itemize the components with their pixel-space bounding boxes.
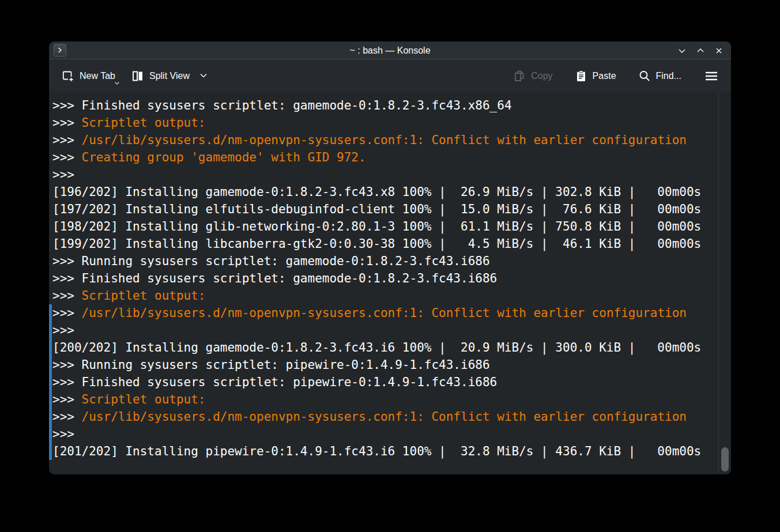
window-controls — [677, 41, 724, 59]
terminal-text: [197/202] Installing elfutils-debuginfod… — [52, 202, 701, 216]
chevron-down-icon — [677, 46, 687, 55]
paste-label: Paste — [593, 71, 616, 81]
terminal-line: >>> /usr/lib/sysusers.d/nm-openvpn-sysus… — [49, 304, 717, 322]
terminal-line: >>> /usr/lib/sysusers.d/nm-openvpn-sysus… — [49, 131, 717, 149]
close-icon — [714, 46, 724, 55]
copy-icon — [513, 70, 526, 82]
prompt: >>> — [52, 271, 82, 285]
terminal-text: /usr/lib/sysusers.d/nm-openvpn-sysusers.… — [82, 410, 687, 424]
terminal-text: Scriptlet output: — [82, 393, 206, 406]
terminal-text: [198/202] Installing glib-networking-0:2… — [52, 220, 701, 233]
terminal-text: [201/202] Installing pipewire-0:1.4.9-1.… — [52, 444, 701, 458]
find-button[interactable]: Find... — [637, 66, 687, 86]
terminal-line: >>> — [49, 425, 717, 443]
terminal-text: Running sysusers scriptlet: gamemode-0:1… — [82, 254, 490, 268]
terminal-line: >>> Running sysusers scriptlet: pipewire… — [49, 356, 717, 373]
chevron-down-icon — [114, 77, 120, 88]
terminal-line: [196/202] Installing gamemode-0:1.8.2-3.… — [49, 183, 717, 201]
terminal-line: >>> Finished sysusers scriptlet: pipewir… — [49, 373, 717, 391]
prompt: >>> — [52, 306, 82, 320]
scrollbar[interactable] — [718, 92, 731, 474]
split-view-icon — [131, 70, 144, 82]
terminal-line: >>> Finished sysusers scriptlet: gamemod… — [49, 97, 717, 114]
terminal-line: [201/202] Installing pipewire-0:1.4.9-1.… — [49, 443, 717, 460]
terminal-text: Running sysusers scriptlet: pipewire-0:1… — [82, 358, 490, 372]
find-label: Find... — [656, 71, 681, 81]
terminal-text: /usr/lib/sysusers.d/nm-openvpn-sysusers.… — [82, 306, 687, 320]
close-button[interactable] — [714, 46, 724, 56]
terminal-line: [197/202] Installing elfutils-debuginfod… — [49, 201, 717, 218]
terminal[interactable]: >>> Finished sysusers scriptlet: gamemod… — [49, 92, 731, 474]
split-view-button[interactable]: Split View — [130, 66, 213, 86]
terminal-line: [198/202] Installing glib-networking-0:2… — [49, 218, 717, 235]
chevron-up-icon — [696, 46, 705, 55]
terminal-text: [200/202] Installing gamemode-0:1.8.2-3.… — [52, 341, 701, 354]
prompt: >>> — [52, 358, 82, 372]
terminal-output: >>> Finished sysusers scriptlet: gamemod… — [49, 97, 717, 460]
new-tab-label: New Tab — [80, 71, 115, 81]
terminal-chevron-icon — [57, 47, 63, 53]
terminal-line: >>> /usr/lib/sysusers.d/nm-openvpn-sysus… — [49, 408, 717, 425]
copy-label: Copy — [531, 71, 552, 81]
terminal-text: [199/202] Installing libcanberra-gtk2-0:… — [52, 237, 701, 251]
terminal-line: >>> — [49, 322, 717, 339]
terminal-text: [196/202] Installing gamemode-0:1.8.2-3.… — [52, 185, 701, 199]
terminal-line: >>> Creating group 'gamemode' with GID 9… — [49, 149, 717, 166]
titlebar[interactable]: ~ : bash — Konsole — [49, 41, 731, 59]
prompt: >>> — [52, 116, 82, 130]
terminal-text: Scriptlet output: — [82, 116, 206, 130]
terminal-line: >>> Scriptlet output: — [49, 391, 717, 408]
prompt: >>> — [52, 150, 82, 164]
chevron-down-icon — [199, 73, 208, 78]
terminal-text: Creating group 'gamemode' with GID 972. — [82, 150, 366, 164]
terminal-text: /usr/lib/sysusers.d/nm-openvpn-sysusers.… — [82, 133, 687, 147]
terminal-line: [199/202] Installing libcanberra-gtk2-0:… — [49, 235, 717, 252]
magnifier-icon — [638, 70, 651, 82]
terminal-line: >>> Running sysusers scriptlet: gamemode… — [49, 252, 717, 270]
paste-button[interactable]: Paste — [574, 66, 622, 86]
split-view-label: Split View — [149, 71, 190, 81]
terminal-line: [200/202] Installing gamemode-0:1.8.2-3.… — [49, 339, 717, 356]
prompt: >>> — [52, 289, 82, 303]
terminal-line: >>> Scriptlet output: — [49, 287, 717, 304]
terminal-line: >>> — [49, 166, 717, 183]
konsole-app-icon[interactable] — [54, 44, 66, 56]
prompt: >>> — [52, 99, 82, 112]
copy-button[interactable]: Copy — [512, 66, 558, 86]
prompt: >>> — [52, 323, 74, 337]
prompt: >>> — [52, 393, 82, 406]
minimize-button[interactable] — [677, 46, 687, 56]
paste-icon — [575, 70, 587, 82]
terminal-line: >>> Scriptlet output: — [49, 114, 717, 131]
window-title: ~ : bash — Konsole — [49, 41, 731, 59]
prompt: >>> — [52, 254, 82, 268]
menu-button[interactable] — [702, 68, 721, 84]
toolbar: New Tab Split View — [49, 59, 731, 92]
hamburger-icon — [704, 70, 718, 82]
prompt: >>> — [52, 168, 74, 182]
new-tab-button[interactable]: New Tab — [61, 66, 121, 86]
terminal-line: >>> Finished sysusers scriptlet: gamemod… — [49, 270, 717, 287]
new-tab-icon — [62, 70, 74, 82]
prompt: >>> — [52, 375, 82, 389]
terminal-text: Finished sysusers scriptlet: pipewire-0:… — [82, 375, 498, 389]
scrollbar-thumb[interactable] — [721, 447, 729, 471]
prompt: >>> — [52, 410, 82, 424]
terminal-text: Finished sysusers scriptlet: gamemode-0:… — [82, 271, 498, 285]
konsole-window: ~ : bash — Konsole — [49, 41, 731, 474]
prompt: >>> — [52, 133, 82, 147]
terminal-text: Scriptlet output: — [82, 289, 206, 303]
maximize-button[interactable] — [695, 46, 706, 56]
terminal-text: Finished sysusers scriptlet: gamemode-0:… — [82, 99, 512, 112]
prompt: >>> — [52, 427, 74, 441]
